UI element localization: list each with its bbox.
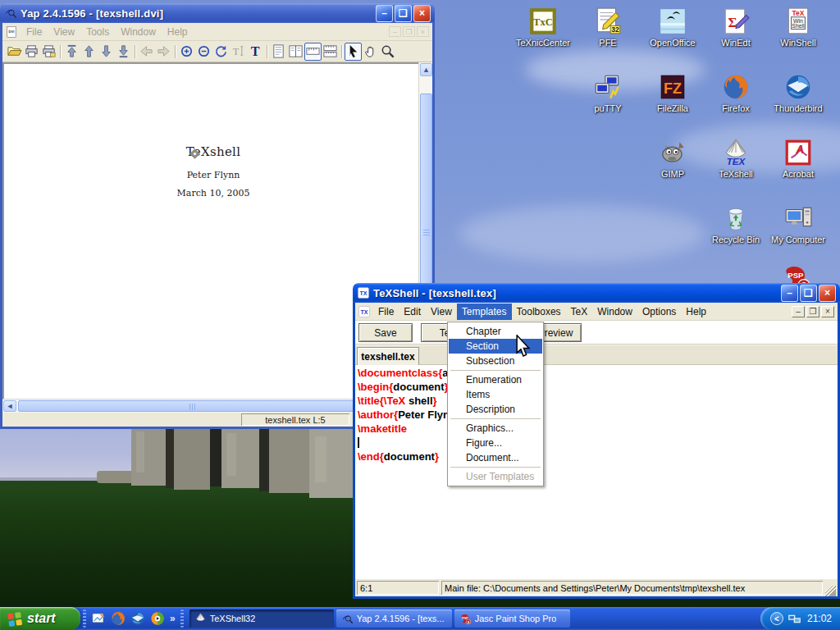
zoom-in-button[interactable] <box>178 43 195 61</box>
desktop-icon-openoffice[interactable]: OpenOffice <box>641 7 704 48</box>
texshell-maximize-button[interactable]: ❑ <box>800 285 817 302</box>
pan-tool-button[interactable] <box>362 43 379 61</box>
quicklaunch-thunderbird-icon[interactable] <box>130 610 146 627</box>
print-button[interactable] <box>23 43 40 61</box>
taskbar-task-yap-2-4-1596-texs[interactable]: Yap 2.4.1596 - [texs... <box>336 609 452 628</box>
yap-titlebar[interactable]: Yap 2.4.1596 - [texshell.dvi] – ❑ × <box>0 3 435 23</box>
desktop-icon-pfe[interactable]: 32PFE <box>577 7 639 48</box>
yap-menu-file[interactable]: File <box>21 24 48 40</box>
yap-maximize-button[interactable]: ❑ <box>395 5 412 22</box>
desktop-icon-texniccenter[interactable]: TxCTeXnicCenter <box>512 7 574 48</box>
texshell-menu-options[interactable]: Options <box>637 304 681 320</box>
scroll-up-button[interactable]: ▲ <box>420 63 432 76</box>
text-select-button[interactable]: T <box>230 43 247 61</box>
yap-menu-view[interactable]: View <box>48 24 80 40</box>
templates-menu-item-figure[interactable]: Figure... <box>449 436 542 450</box>
facing-view-button[interactable] <box>287 43 304 61</box>
texshell-menu-view[interactable]: View <box>426 304 457 320</box>
templates-menu-item-description[interactable]: Description <box>449 402 542 417</box>
network-icon[interactable] <box>788 612 801 626</box>
first-page-button[interactable] <box>63 43 80 61</box>
desktop-icon-label: Thunderbird <box>767 103 829 113</box>
forward-button[interactable] <box>155 43 172 61</box>
mdi-restore-button[interactable]: ❐ <box>806 306 819 317</box>
texshell-titlebar[interactable]: TX TeXShell - [texshell.tex] – ❑ × <box>353 283 840 303</box>
save-button[interactable]: Save <box>358 323 413 342</box>
texshell-menu-toolboxes[interactable]: Toolboxes <box>512 304 566 320</box>
texshell-menu-templates[interactable]: Templates <box>457 304 512 320</box>
previous-page-button[interactable] <box>80 43 98 61</box>
texshell-toolbar: SaveTeXPreview <box>355 321 838 345</box>
next-page-button[interactable] <box>98 43 115 61</box>
desktop-icon-filezilla[interactable]: FZFileZilla <box>641 72 704 113</box>
quicklaunch-show-desktop-icon[interactable] <box>90 610 107 627</box>
dvi-document-title: TeXshell <box>131 144 295 159</box>
texshell-editor[interactable]: \documentclass{article}\begin{document}\… <box>355 365 838 579</box>
yap-menu-window[interactable]: Window <box>115 24 162 40</box>
toolbar-drag-handle[interactable] <box>83 609 86 628</box>
mdi-restore-button[interactable]: ❐ <box>403 26 415 37</box>
text-mode-button[interactable]: T <box>247 43 264 61</box>
texshell-menu-help[interactable]: Help <box>681 304 711 320</box>
back-button[interactable] <box>138 43 155 61</box>
dvi-document-icon[interactable]: DVI <box>5 25 18 39</box>
magnifier-tool-button[interactable] <box>379 43 396 61</box>
toolbar-drag-handle[interactable] <box>180 609 184 628</box>
texshell-minimize-button[interactable]: – <box>781 285 798 302</box>
open-file-button[interactable] <box>6 43 23 61</box>
texshell-menu-window[interactable]: Window <box>592 304 637 320</box>
desktop-icon-putty[interactable]: puTTY <box>577 72 639 113</box>
select-tool-button[interactable] <box>345 43 362 61</box>
quick-launch-overflow-chevron[interactable]: » <box>167 613 178 624</box>
desktop-icon-winedt[interactable]: ΣWinEdt <box>705 7 767 48</box>
tab-texshell-tex[interactable]: texshell.tex <box>357 347 419 365</box>
svg-text:FZ: FZ <box>664 80 682 97</box>
page-view-button[interactable] <box>270 43 287 61</box>
desktop-icon-gimp[interactable]: GIMP <box>641 138 704 179</box>
svg-text:TEX: TEX <box>196 620 204 624</box>
yap-minimize-button[interactable]: – <box>376 5 393 22</box>
templates-menu-item-user-templates[interactable]: User Templates <box>449 469 542 484</box>
mdi-minimize-button[interactable]: – <box>792 306 805 317</box>
mdi-close-button[interactable]: × <box>417 26 429 37</box>
templates-menu-item-document[interactable]: Document... <box>449 450 542 465</box>
desktop-icon-texshell[interactable]: TEXTeXshell <box>705 138 767 179</box>
last-page-button[interactable] <box>115 43 132 61</box>
desktop-icon-mycomputer[interactable]: My Computer <box>767 203 829 244</box>
desktop-icon-firefox[interactable]: Firefox <box>705 72 767 113</box>
texshell-menu-items: FileEditViewTemplatesToolboxesTeXWindowO… <box>373 304 711 320</box>
desktop-icon-acrobat[interactable]: AAcrobat <box>767 138 829 179</box>
svg-text:TEX: TEX <box>727 156 746 167</box>
mdi-close-button[interactable]: × <box>821 306 834 317</box>
templates-menu-item-graphics[interactable]: Graphics... <box>449 421 542 436</box>
grid-button[interactable] <box>322 43 339 61</box>
yap-menu-help[interactable]: Help <box>162 24 194 40</box>
texshell-document-icon[interactable]: TX <box>358 305 371 318</box>
texshell-menu-tex[interactable]: TeX <box>566 304 593 320</box>
zoom-out-button[interactable] <box>195 43 212 61</box>
resize-grip[interactable] <box>825 586 836 596</box>
texshell-menu-file[interactable]: File <box>373 304 399 320</box>
texshell-close-button[interactable]: × <box>819 285 836 302</box>
desktop-icon-winshell[interactable]: TeXWinShellWinShell <box>767 7 829 48</box>
templates-menu-item-items[interactable]: Items <box>449 387 542 402</box>
scroll-left-button[interactable]: ◄ <box>3 400 16 412</box>
start-button[interactable]: start <box>0 607 80 630</box>
refresh-button[interactable] <box>212 43 230 61</box>
texshell-menu-edit[interactable]: Edit <box>399 304 426 320</box>
mdi-minimize-button[interactable]: – <box>389 26 401 37</box>
yap-close-button[interactable]: × <box>413 5 431 22</box>
print-setup-button[interactable] <box>40 43 57 61</box>
quicklaunch-firefox-icon[interactable] <box>110 610 126 627</box>
yap-menu-tools[interactable]: Tools <box>80 24 115 40</box>
desktop-icon-recyclebin[interactable]: Recycle Bin <box>705 203 767 244</box>
templates-menu-item-enumeration[interactable]: Enumeration <box>449 372 542 387</box>
scroll-thumb[interactable] <box>18 400 361 412</box>
tray-collapse-chevron[interactable]: < <box>770 612 783 625</box>
desktop-icon-thunderbird[interactable]: Thunderbird <box>767 72 829 113</box>
taskbar-task-texshell32[interactable]: TEXTeXShell32 <box>189 609 334 628</box>
quicklaunch-media-player-icon[interactable] <box>149 610 166 627</box>
taskbar-task-jasc-paint-shop-pro[interactable]: PSP8Jasc Paint Shop Pro <box>454 609 570 628</box>
ruler-button[interactable] <box>304 43 322 61</box>
pfe-icon: 32 <box>593 7 623 36</box>
